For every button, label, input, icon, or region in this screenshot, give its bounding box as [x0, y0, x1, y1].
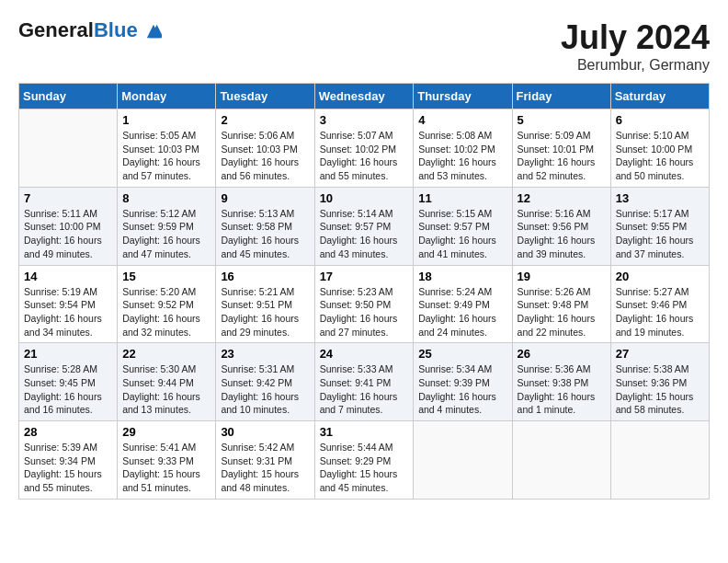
calendar-cell: 3Sunrise: 5:07 AM Sunset: 10:02 PM Dayli…: [314, 109, 414, 188]
day-info: Sunrise: 5:36 AM Sunset: 9:38 PM Dayligh…: [518, 362, 606, 417]
calendar-cell: 7Sunrise: 5:11 AM Sunset: 10:00 PM Dayli…: [19, 187, 118, 265]
day-info: Sunrise: 5:17 AM Sunset: 9:55 PM Dayligh…: [616, 207, 704, 261]
day-info: Sunrise: 5:05 AM Sunset: 10:03 PM Daylig…: [122, 129, 210, 183]
logo-general-text: General: [18, 18, 94, 41]
day-number: 6: [616, 113, 704, 127]
day-info: Sunrise: 5:44 AM Sunset: 9:29 PM Dayligh…: [320, 441, 409, 495]
calendar-cell: 16Sunrise: 5:21 AM Sunset: 9:51 PM Dayli…: [216, 265, 314, 343]
calendar-cell: 25Sunrise: 5:34 AM Sunset: 9:39 PM Dayli…: [414, 343, 512, 421]
calendar-cell: 26Sunrise: 5:36 AM Sunset: 9:38 PM Dayli…: [512, 343, 610, 421]
day-number: 14: [24, 270, 112, 283]
calendar-cell: 23Sunrise: 5:31 AM Sunset: 9:42 PM Dayli…: [216, 343, 314, 421]
calendar-week-row: 14Sunrise: 5:19 AM Sunset: 9:54 PM Dayli…: [19, 265, 710, 343]
day-info: Sunrise: 5:28 AM Sunset: 9:45 PM Dayligh…: [24, 362, 112, 417]
day-info: Sunrise: 5:39 AM Sunset: 9:34 PM Dayligh…: [24, 441, 112, 495]
day-number: 3: [320, 113, 409, 127]
day-number: 11: [418, 191, 506, 205]
calendar-cell: 17Sunrise: 5:23 AM Sunset: 9:50 PM Dayli…: [314, 265, 414, 343]
logo-blue-text: Blue: [94, 18, 138, 41]
calendar-cell: 2Sunrise: 5:06 AM Sunset: 10:03 PM Dayli…: [216, 109, 314, 188]
day-info: Sunrise: 5:33 AM Sunset: 9:41 PM Dayligh…: [320, 362, 409, 417]
calendar-cell: 6Sunrise: 5:10 AM Sunset: 10:00 PM Dayli…: [610, 109, 709, 188]
calendar-cell: 24Sunrise: 5:33 AM Sunset: 9:41 PM Dayli…: [314, 343, 414, 421]
day-number: 13: [616, 191, 704, 205]
calendar-table: SundayMondayTuesdayWednesdayThursdayFrid…: [18, 83, 710, 500]
month-title: July 2024: [561, 18, 710, 57]
page-header: GeneralBlue July 2024 Berumbur, Germany: [18, 18, 710, 74]
calendar-header-row: SundayMondayTuesdayWednesdayThursdayFrid…: [19, 84, 710, 109]
weekday-header: Wednesday: [314, 84, 414, 109]
calendar-week-row: 21Sunrise: 5:28 AM Sunset: 9:45 PM Dayli…: [19, 343, 710, 421]
logo: GeneralBlue: [18, 18, 162, 43]
calendar-cell: 9Sunrise: 5:13 AM Sunset: 9:58 PM Daylig…: [216, 187, 314, 265]
weekday-header: Monday: [118, 84, 216, 109]
day-number: 12: [518, 191, 606, 205]
day-info: Sunrise: 5:34 AM Sunset: 9:39 PM Dayligh…: [418, 362, 506, 417]
day-info: Sunrise: 5:07 AM Sunset: 10:02 PM Daylig…: [320, 129, 409, 183]
day-number: 17: [320, 270, 409, 283]
day-number: 9: [221, 191, 309, 205]
weekday-header: Tuesday: [216, 84, 314, 109]
day-number: 26: [518, 347, 606, 361]
day-info: Sunrise: 5:21 AM Sunset: 9:51 PM Dayligh…: [221, 285, 309, 339]
day-number: 15: [122, 270, 210, 283]
calendar-cell: 15Sunrise: 5:20 AM Sunset: 9:52 PM Dayli…: [118, 265, 216, 343]
weekday-header: Friday: [512, 84, 610, 109]
day-number: 18: [418, 270, 506, 283]
calendar-cell: 30Sunrise: 5:42 AM Sunset: 9:31 PM Dayli…: [216, 421, 314, 500]
day-number: 7: [24, 191, 112, 205]
day-info: Sunrise: 5:38 AM Sunset: 9:36 PM Dayligh…: [616, 362, 704, 417]
day-number: 10: [320, 191, 409, 205]
day-info: Sunrise: 5:12 AM Sunset: 9:59 PM Dayligh…: [122, 207, 210, 261]
calendar-cell: 13Sunrise: 5:17 AM Sunset: 9:55 PM Dayli…: [610, 187, 709, 265]
calendar-cell: 31Sunrise: 5:44 AM Sunset: 9:29 PM Dayli…: [314, 421, 414, 500]
day-number: 27: [616, 347, 704, 361]
day-number: 24: [320, 347, 409, 361]
day-number: 22: [122, 347, 210, 361]
calendar-cell: 20Sunrise: 5:27 AM Sunset: 9:46 PM Dayli…: [610, 265, 709, 343]
day-number: 23: [221, 347, 309, 361]
day-info: Sunrise: 5:15 AM Sunset: 9:57 PM Dayligh…: [418, 207, 506, 261]
calendar-cell: [610, 421, 709, 500]
day-number: 8: [122, 191, 210, 205]
day-number: 5: [518, 113, 606, 127]
day-number: 2: [221, 113, 309, 127]
calendar-cell: 4Sunrise: 5:08 AM Sunset: 10:02 PM Dayli…: [414, 109, 512, 188]
day-number: 4: [418, 113, 506, 127]
day-info: Sunrise: 5:24 AM Sunset: 9:49 PM Dayligh…: [418, 285, 506, 339]
weekday-header: Saturday: [610, 84, 709, 109]
day-info: Sunrise: 5:13 AM Sunset: 9:58 PM Dayligh…: [221, 207, 309, 261]
calendar-week-row: 7Sunrise: 5:11 AM Sunset: 10:00 PM Dayli…: [19, 187, 710, 265]
calendar-cell: 22Sunrise: 5:30 AM Sunset: 9:44 PM Dayli…: [118, 343, 216, 421]
day-info: Sunrise: 5:41 AM Sunset: 9:33 PM Dayligh…: [122, 441, 210, 495]
day-info: Sunrise: 5:19 AM Sunset: 9:54 PM Dayligh…: [24, 285, 112, 339]
calendar-cell: 14Sunrise: 5:19 AM Sunset: 9:54 PM Dayli…: [19, 265, 118, 343]
day-info: Sunrise: 5:23 AM Sunset: 9:50 PM Dayligh…: [320, 285, 409, 339]
day-number: 28: [24, 425, 112, 439]
calendar-cell: 12Sunrise: 5:16 AM Sunset: 9:56 PM Dayli…: [512, 187, 610, 265]
day-number: 21: [24, 347, 112, 361]
day-number: 31: [320, 425, 409, 439]
day-info: Sunrise: 5:30 AM Sunset: 9:44 PM Dayligh…: [122, 362, 210, 417]
day-number: 25: [418, 347, 506, 361]
calendar-cell: 29Sunrise: 5:41 AM Sunset: 9:33 PM Dayli…: [118, 421, 216, 500]
calendar-cell: 8Sunrise: 5:12 AM Sunset: 9:59 PM Daylig…: [118, 187, 216, 265]
calendar-cell: 21Sunrise: 5:28 AM Sunset: 9:45 PM Dayli…: [19, 343, 118, 421]
day-info: Sunrise: 5:11 AM Sunset: 10:00 PM Daylig…: [24, 207, 112, 261]
calendar-week-row: 28Sunrise: 5:39 AM Sunset: 9:34 PM Dayli…: [19, 421, 710, 500]
calendar-cell: 18Sunrise: 5:24 AM Sunset: 9:49 PM Dayli…: [414, 265, 512, 343]
calendar-cell: 10Sunrise: 5:14 AM Sunset: 9:57 PM Dayli…: [314, 187, 414, 265]
day-info: Sunrise: 5:10 AM Sunset: 10:00 PM Daylig…: [616, 129, 704, 183]
day-number: 30: [221, 425, 309, 439]
calendar-cell: 1Sunrise: 5:05 AM Sunset: 10:03 PM Dayli…: [118, 109, 216, 188]
day-info: Sunrise: 5:14 AM Sunset: 9:57 PM Dayligh…: [320, 207, 409, 261]
day-info: Sunrise: 5:20 AM Sunset: 9:52 PM Dayligh…: [122, 285, 210, 339]
day-info: Sunrise: 5:16 AM Sunset: 9:56 PM Dayligh…: [518, 207, 606, 261]
calendar-cell: 27Sunrise: 5:38 AM Sunset: 9:36 PM Dayli…: [610, 343, 709, 421]
calendar-cell: [19, 109, 118, 188]
calendar-cell: 28Sunrise: 5:39 AM Sunset: 9:34 PM Dayli…: [19, 421, 118, 500]
weekday-header: Sunday: [19, 84, 118, 109]
calendar-cell: 11Sunrise: 5:15 AM Sunset: 9:57 PM Dayli…: [414, 187, 512, 265]
day-info: Sunrise: 5:08 AM Sunset: 10:02 PM Daylig…: [418, 129, 506, 183]
day-info: Sunrise: 5:42 AM Sunset: 9:31 PM Dayligh…: [221, 441, 309, 495]
